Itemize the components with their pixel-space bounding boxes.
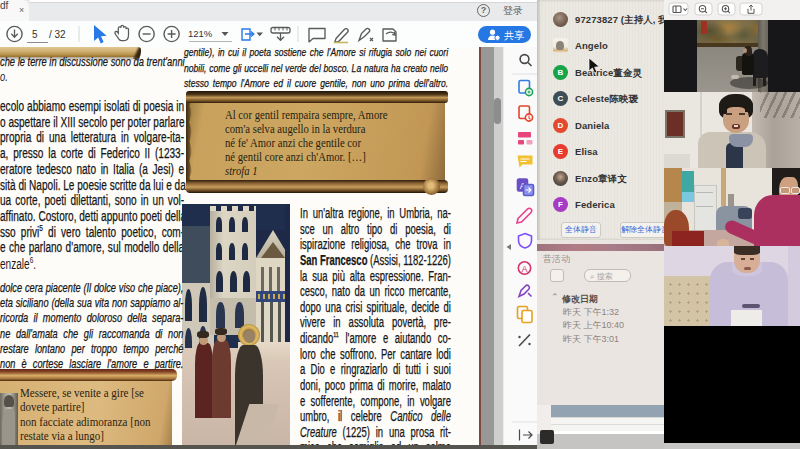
svg-text:A: A (522, 264, 528, 274)
svg-text:/ 32: / 32 (49, 29, 66, 40)
svg-text:121%: 121% (188, 28, 213, 39)
svg-text:5: 5 (32, 29, 38, 40)
